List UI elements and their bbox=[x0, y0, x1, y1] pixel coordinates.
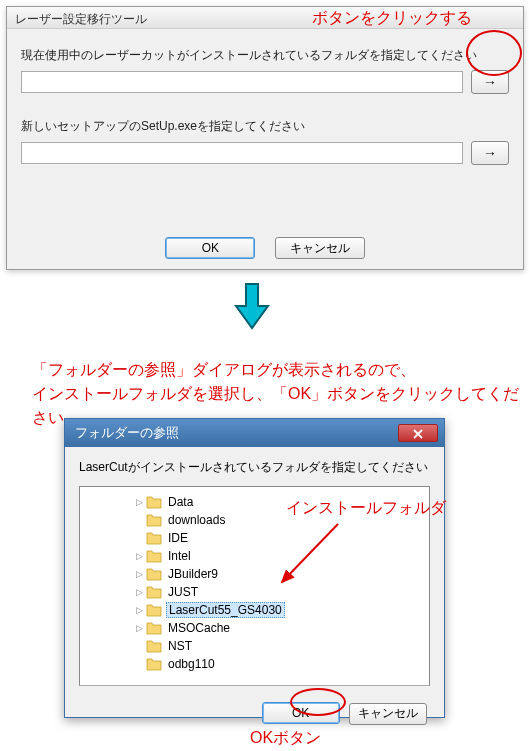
tree-item-intel[interactable]: ▷Intel bbox=[84, 547, 425, 565]
expand-triangle-icon[interactable]: ▷ bbox=[134, 569, 144, 579]
tree-item-jbuilder9[interactable]: ▷JBuilder9 bbox=[84, 565, 425, 583]
folder-icon bbox=[146, 639, 162, 653]
expand-triangle-icon[interactable]: ▷ bbox=[134, 605, 144, 615]
annotation-install-folder: インストールフォルダ bbox=[286, 498, 446, 519]
tree-item-label: IDE bbox=[166, 531, 190, 545]
folder-icon bbox=[146, 657, 162, 671]
instruction-line-1: 「フォルダーの参照」ダイアログが表示されるので、 bbox=[32, 358, 532, 382]
dialog1-button-row: OK キャンセル bbox=[7, 237, 523, 260]
expand-triangle-icon[interactable]: ▷ bbox=[134, 497, 144, 507]
folder-icon bbox=[146, 495, 162, 509]
tree-item-lasercut55-gs4030[interactable]: ▷LaserCut55_GS4030 bbox=[84, 601, 425, 619]
tree-item-label: MSOCache bbox=[166, 621, 232, 635]
browse-setup-button[interactable]: → bbox=[471, 141, 509, 165]
expand-triangle-icon[interactable]: ▷ bbox=[134, 623, 144, 633]
annotation-ok-button: OKボタン bbox=[250, 728, 321, 749]
folder-dialog-label: LaserCutがインストールされているフォルダを指定してください bbox=[79, 459, 430, 476]
tree-item-msocache[interactable]: ▷MSOCache bbox=[84, 619, 425, 637]
tree-item-label: odbg110 bbox=[166, 657, 217, 671]
circle-browse-button bbox=[466, 30, 522, 76]
tree-item-label: LaserCut55_GS4030 bbox=[166, 602, 285, 618]
circle-ok-button bbox=[290, 688, 346, 716]
tree-item-label: Data bbox=[166, 495, 195, 509]
folder-icon bbox=[146, 585, 162, 599]
setup-exe-row: → bbox=[21, 141, 509, 165]
tree-item-label: NST bbox=[166, 639, 194, 653]
folder-icon bbox=[146, 549, 162, 563]
folder-icon bbox=[146, 567, 162, 581]
tree-item-label: JBuilder9 bbox=[166, 567, 220, 581]
folder-icon bbox=[146, 621, 162, 635]
expand-triangle-icon[interactable]: ▷ bbox=[134, 587, 144, 597]
tree-item-odbg110[interactable]: odbg110 bbox=[84, 655, 425, 673]
ok-button[interactable]: OK bbox=[165, 237, 255, 259]
migration-tool-dialog: レーザー設定移行ツール 現在使用中のレーザーカットがインストールされているフォル… bbox=[6, 6, 524, 270]
annotation-click-button: ボタンをクリックする bbox=[312, 8, 472, 29]
folder-cancel-button[interactable]: キャンセル bbox=[349, 703, 427, 725]
tree-item-just[interactable]: ▷JUST bbox=[84, 583, 425, 601]
down-arrow-icon bbox=[232, 282, 272, 330]
folder-browse-dialog: フォルダーの参照 LaserCutがインストールされているフォルダを指定してくだ… bbox=[64, 418, 445, 718]
setup-exe-input[interactable] bbox=[21, 142, 463, 164]
current-folder-input[interactable] bbox=[21, 71, 463, 93]
folder-icon bbox=[146, 513, 162, 527]
current-folder-label: 現在使用中のレーザーカットがインストールされているフォルダを指定してください bbox=[21, 47, 509, 64]
tree-item-label: Intel bbox=[166, 549, 193, 563]
folder-dialog-title: フォルダーの参照 bbox=[75, 424, 179, 442]
tree-item-nst[interactable]: NST bbox=[84, 637, 425, 655]
current-folder-row: → bbox=[21, 70, 509, 94]
dialog-body: 現在使用中のレーザーカットがインストールされているフォルダを指定してください →… bbox=[7, 29, 523, 269]
tree-item-label: JUST bbox=[166, 585, 200, 599]
folder-icon bbox=[146, 531, 162, 545]
folder-dialog-titlebar: フォルダーの参照 bbox=[65, 419, 444, 447]
expand-triangle-icon[interactable]: ▷ bbox=[134, 551, 144, 561]
folder-dialog-body: LaserCutがインストールされているフォルダを指定してください ▷Datad… bbox=[65, 447, 444, 694]
tree-item-label: downloads bbox=[166, 513, 227, 527]
close-button[interactable] bbox=[398, 424, 438, 442]
tree-item-ide[interactable]: IDE bbox=[84, 529, 425, 547]
setup-exe-label: 新しいセットアップのSetUp.exeを指定してください bbox=[21, 118, 509, 135]
cancel-button[interactable]: キャンセル bbox=[275, 237, 365, 259]
folder-icon bbox=[146, 603, 162, 617]
